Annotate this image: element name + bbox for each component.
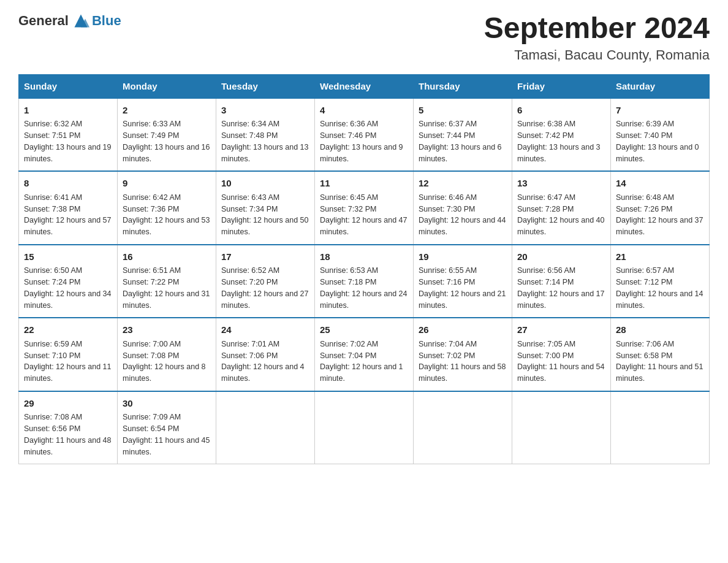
daylight-label: Daylight: 11 hours and 48 minutes.: [24, 436, 111, 456]
logo-icon: [72, 12, 89, 29]
calendar-cell: 18 Sunrise: 6:53 AM Sunset: 7:18 PM Dayl…: [315, 245, 414, 318]
location-title: Tamasi, Bacau County, Romania: [484, 47, 710, 63]
calendar-week-row: 22 Sunrise: 6:59 AM Sunset: 7:10 PM Dayl…: [19, 318, 710, 391]
sunset-label: Sunset: 7:38 PM: [24, 205, 80, 213]
day-number: 29: [24, 397, 112, 411]
daylight-label: Daylight: 12 hours and 27 minutes.: [221, 289, 308, 310]
day-number: 13: [517, 177, 605, 191]
calendar-cell: 27 Sunrise: 7:05 AM Sunset: 7:00 PM Dayl…: [512, 318, 611, 391]
sunset-label: Sunset: 7:48 PM: [221, 131, 278, 140]
sunset-label: Sunset: 7:34 PM: [221, 205, 278, 213]
sunset-label: Sunset: 7:24 PM: [24, 278, 80, 286]
logo: General Blue: [18, 12, 121, 29]
daylight-label: Daylight: 11 hours and 51 minutes.: [616, 362, 703, 383]
calendar-cell: 21 Sunrise: 6:57 AM Sunset: 7:12 PM Dayl…: [611, 245, 710, 318]
sunrise-label: Sunrise: 6:59 AM: [24, 340, 82, 348]
sunset-label: Sunset: 7:22 PM: [123, 278, 179, 286]
day-number: 25: [320, 323, 408, 337]
sunset-label: Sunset: 7:36 PM: [123, 205, 179, 213]
day-number: 16: [123, 250, 211, 264]
day-number: 11: [320, 177, 408, 191]
day-number: 21: [616, 250, 704, 264]
sunset-label: Sunset: 7:16 PM: [419, 278, 475, 286]
calendar-cell: 7 Sunrise: 6:39 AM Sunset: 7:40 PM Dayli…: [611, 98, 710, 172]
sunset-label: Sunset: 7:28 PM: [517, 205, 574, 213]
sunrise-label: Sunrise: 7:04 AM: [419, 340, 477, 348]
column-header-friday: Friday: [512, 74, 611, 98]
daylight-label: Daylight: 12 hours and 14 minutes.: [616, 289, 703, 310]
calendar-cell: 5 Sunrise: 6:37 AM Sunset: 7:44 PM Dayli…: [414, 98, 512, 172]
daylight-label: Daylight: 11 hours and 58 minutes.: [419, 362, 506, 383]
day-number: 18: [320, 250, 408, 264]
column-header-saturday: Saturday: [611, 74, 710, 98]
calendar-cell: [611, 391, 710, 464]
sunset-label: Sunset: 7:46 PM: [320, 131, 376, 140]
sunset-label: Sunset: 7:42 PM: [517, 131, 574, 140]
calendar-cell: 15 Sunrise: 6:50 AM Sunset: 7:24 PM Dayl…: [19, 245, 118, 318]
sunset-label: Sunset: 7:40 PM: [616, 131, 672, 140]
calendar-week-row: 1 Sunrise: 6:32 AM Sunset: 7:51 PM Dayli…: [19, 98, 710, 172]
daylight-label: Daylight: 12 hours and 24 minutes.: [320, 289, 407, 310]
daylight-label: Daylight: 11 hours and 45 minutes.: [123, 436, 210, 456]
sunset-label: Sunset: 7:06 PM: [221, 351, 278, 360]
day-number: 5: [419, 104, 507, 118]
day-number: 9: [123, 177, 211, 191]
column-header-thursday: Thursday: [414, 74, 512, 98]
sunrise-label: Sunrise: 6:47 AM: [517, 193, 575, 202]
day-number: 22: [24, 323, 112, 337]
day-number: 28: [616, 323, 704, 337]
column-header-monday: Monday: [118, 74, 216, 98]
sunrise-label: Sunrise: 7:02 AM: [320, 340, 378, 348]
calendar-cell: 14 Sunrise: 6:48 AM Sunset: 7:26 PM Dayl…: [611, 171, 710, 245]
daylight-label: Daylight: 12 hours and 4 minutes.: [221, 362, 305, 383]
daylight-label: Daylight: 13 hours and 13 minutes.: [221, 143, 308, 163]
sunset-label: Sunset: 7:32 PM: [320, 205, 376, 213]
day-number: 19: [419, 250, 507, 264]
day-number: 12: [419, 177, 507, 191]
sunrise-label: Sunrise: 6:51 AM: [123, 266, 181, 275]
daylight-label: Daylight: 13 hours and 6 minutes.: [419, 143, 502, 163]
daylight-label: Daylight: 12 hours and 31 minutes.: [123, 289, 210, 310]
calendar-week-row: 15 Sunrise: 6:50 AM Sunset: 7:24 PM Dayl…: [19, 245, 710, 318]
sunrise-label: Sunrise: 6:32 AM: [24, 120, 82, 128]
daylight-label: Daylight: 12 hours and 40 minutes.: [517, 216, 604, 236]
calendar-cell: 26 Sunrise: 7:04 AM Sunset: 7:02 PM Dayl…: [414, 318, 512, 391]
calendar-cell: 13 Sunrise: 6:47 AM Sunset: 7:28 PM Dayl…: [512, 171, 611, 245]
daylight-label: Daylight: 13 hours and 16 minutes.: [123, 143, 210, 163]
calendar-week-row: 29 Sunrise: 7:08 AM Sunset: 6:56 PM Dayl…: [19, 391, 710, 464]
daylight-label: Daylight: 12 hours and 17 minutes.: [517, 289, 604, 310]
sunrise-label: Sunrise: 6:33 AM: [123, 120, 181, 128]
sunrise-label: Sunrise: 6:37 AM: [419, 120, 477, 128]
day-number: 4: [320, 104, 408, 118]
day-number: 8: [24, 177, 112, 191]
sunset-label: Sunset: 7:26 PM: [616, 205, 672, 213]
calendar-cell: 25 Sunrise: 7:02 AM Sunset: 7:04 PM Dayl…: [315, 318, 414, 391]
calendar-cell: 2 Sunrise: 6:33 AM Sunset: 7:49 PM Dayli…: [118, 98, 216, 172]
sunrise-label: Sunrise: 6:52 AM: [221, 266, 279, 275]
daylight-label: Daylight: 11 hours and 54 minutes.: [517, 362, 604, 383]
calendar-cell: 6 Sunrise: 6:38 AM Sunset: 7:42 PM Dayli…: [512, 98, 611, 172]
calendar-cell: 9 Sunrise: 6:42 AM Sunset: 7:36 PM Dayli…: [118, 171, 216, 245]
sunrise-label: Sunrise: 7:08 AM: [24, 413, 82, 421]
sunrise-label: Sunrise: 6:39 AM: [616, 120, 674, 128]
column-header-sunday: Sunday: [19, 74, 118, 98]
sunrise-label: Sunrise: 7:05 AM: [517, 340, 575, 348]
sunrise-label: Sunrise: 6:53 AM: [320, 266, 378, 275]
column-header-wednesday: Wednesday: [315, 74, 414, 98]
sunset-label: Sunset: 7:08 PM: [123, 351, 179, 360]
calendar-cell: [414, 391, 512, 464]
daylight-label: Daylight: 13 hours and 3 minutes.: [517, 143, 601, 163]
sunrise-label: Sunrise: 6:42 AM: [123, 193, 181, 202]
daylight-label: Daylight: 13 hours and 0 minutes.: [616, 143, 699, 163]
day-number: 26: [419, 323, 507, 337]
calendar-cell: 11 Sunrise: 6:45 AM Sunset: 7:32 PM Dayl…: [315, 171, 414, 245]
sunrise-label: Sunrise: 6:41 AM: [24, 193, 82, 202]
calendar-cell: 29 Sunrise: 7:08 AM Sunset: 6:56 PM Dayl…: [19, 391, 118, 464]
daylight-label: Daylight: 12 hours and 47 minutes.: [320, 216, 407, 236]
day-number: 15: [24, 250, 112, 264]
logo-text-blue: Blue: [92, 13, 121, 29]
calendar-cell: [315, 391, 414, 464]
sunset-label: Sunset: 7:14 PM: [517, 278, 574, 286]
daylight-label: Daylight: 12 hours and 53 minutes.: [123, 216, 210, 236]
daylight-label: Daylight: 12 hours and 44 minutes.: [419, 216, 506, 236]
